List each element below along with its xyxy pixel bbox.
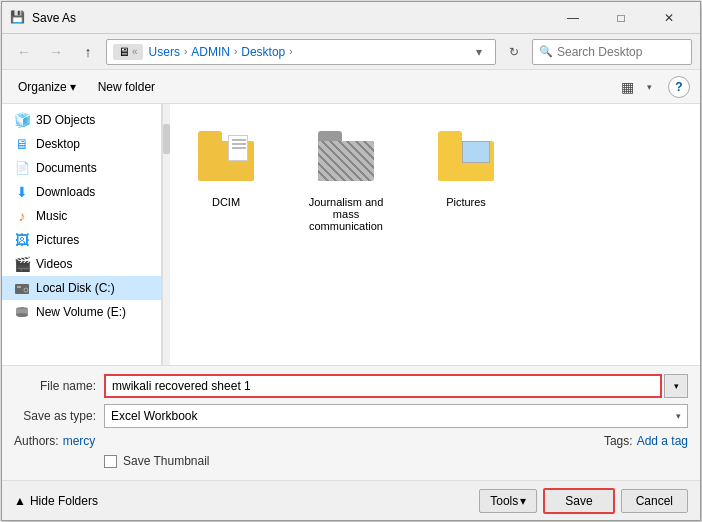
filename-input[interactable] bbox=[104, 374, 662, 398]
svg-rect-1 bbox=[17, 286, 21, 288]
file-label-journalism: Journalism and mass communication bbox=[306, 196, 386, 232]
thumbnail-row: Save Thumbnail bbox=[14, 454, 688, 468]
search-box[interactable]: 🔍 bbox=[532, 39, 692, 65]
breadcrumb-desktop[interactable]: Desktop bbox=[239, 45, 287, 59]
organize-button[interactable]: Organize ▾ bbox=[12, 77, 82, 97]
back-button[interactable]: ← bbox=[10, 39, 38, 65]
scroll-track bbox=[163, 104, 170, 365]
bottom-section: File name: ▾ Save as type: Excel Workboo… bbox=[2, 365, 700, 480]
search-icon: 🔍 bbox=[539, 45, 553, 58]
sidebar-label-pictures: Pictures bbox=[36, 233, 79, 247]
sidebar-item-3d-objects[interactable]: 🧊 3D Objects bbox=[2, 108, 161, 132]
window-controls: — □ ✕ bbox=[550, 2, 692, 34]
3d-objects-icon: 🧊 bbox=[14, 112, 30, 128]
authors-group: Authors: mercy bbox=[14, 434, 604, 448]
save-as-dialog: 💾 Save As — □ ✕ ← → ↑ 🖥 « Users › ADMIN … bbox=[1, 1, 701, 521]
sidebar-item-downloads[interactable]: ⬇ Downloads bbox=[2, 180, 161, 204]
up-button[interactable]: ↑ bbox=[74, 39, 102, 65]
address-bar[interactable]: 🖥 « Users › ADMIN › Desktop › ▾ bbox=[106, 39, 496, 65]
savetype-label: Save as type: bbox=[14, 409, 104, 423]
breadcrumb-admin[interactable]: ADMIN bbox=[189, 45, 232, 59]
documents-icon: 📄 bbox=[14, 160, 30, 176]
footer-right: Tools ▾ Save Cancel bbox=[479, 488, 688, 514]
view-dropdown-button[interactable]: ▾ bbox=[642, 75, 656, 99]
filename-row: File name: ▾ bbox=[14, 374, 688, 398]
sidebar-scrollbar[interactable] bbox=[162, 104, 170, 365]
authors-value[interactable]: mercy bbox=[63, 434, 96, 448]
file-icon-wrapper-dcim bbox=[190, 120, 262, 192]
downloads-icon: ⬇ bbox=[14, 184, 30, 200]
folder-icon-dcim bbox=[198, 131, 254, 181]
forward-button[interactable]: → bbox=[42, 39, 70, 65]
cancel-button[interactable]: Cancel bbox=[621, 489, 688, 513]
sidebar-item-music[interactable]: ♪ Music bbox=[2, 204, 161, 228]
music-icon: ♪ bbox=[14, 208, 30, 224]
sidebar-label-music: Music bbox=[36, 209, 67, 223]
sep2: › bbox=[234, 46, 237, 57]
sidebar-label-downloads: Downloads bbox=[36, 185, 95, 199]
refresh-button[interactable]: ↻ bbox=[500, 39, 528, 65]
authors-label: Authors: bbox=[14, 434, 59, 448]
sidebar-label-documents: Documents bbox=[36, 161, 97, 175]
sidebar-item-desktop[interactable]: 🖥 Desktop bbox=[2, 132, 161, 156]
footer: ▲ Hide Folders Tools ▾ Save Cancel bbox=[2, 480, 700, 520]
file-item-pictures[interactable]: Pictures bbox=[426, 120, 506, 208]
close-button[interactable]: ✕ bbox=[646, 2, 692, 34]
tools-label: Tools bbox=[490, 494, 518, 508]
sidebar-item-documents[interactable]: 📄 Documents bbox=[2, 156, 161, 180]
sidebar-label-new-volume: New Volume (E:) bbox=[36, 305, 126, 319]
file-icon-wrapper-pictures bbox=[430, 120, 502, 192]
savetype-row: Save as type: Excel Workbook ▾ bbox=[14, 404, 688, 428]
sidebar-item-new-volume[interactable]: New Volume (E:) bbox=[2, 300, 161, 324]
file-item-journalism[interactable]: Journalism and mass communication bbox=[306, 120, 386, 232]
help-button[interactable]: ? bbox=[668, 76, 690, 98]
videos-icon: 🎬 bbox=[14, 256, 30, 272]
tools-chevron-icon: ▾ bbox=[520, 494, 526, 508]
address-dropdown[interactable]: ▾ bbox=[469, 45, 489, 59]
tags-value[interactable]: Add a tag bbox=[637, 434, 688, 448]
breadcrumb: 🖥 « Users › ADMIN › Desktop › bbox=[113, 44, 469, 60]
sidebar-label-3d-objects: 3D Objects bbox=[36, 113, 95, 127]
filename-dropdown-button[interactable]: ▾ bbox=[664, 374, 688, 398]
view-controls: ▦ ▾ ? bbox=[614, 75, 690, 99]
title-bar: 💾 Save As — □ ✕ bbox=[2, 2, 700, 34]
view-mode-button[interactable]: ▦ bbox=[614, 75, 640, 99]
sidebar-item-local-disk[interactable]: Local Disk (C:) bbox=[2, 276, 161, 300]
new-folder-button[interactable]: New folder bbox=[92, 77, 161, 97]
sidebar-item-videos[interactable]: 🎬 Videos bbox=[2, 252, 161, 276]
sidebar: 🧊 3D Objects 🖥 Desktop 📄 Documents ⬇ Dow… bbox=[2, 104, 162, 365]
svg-point-5 bbox=[16, 313, 28, 317]
file-area: DCIM Journalism and mass communication bbox=[170, 104, 700, 365]
local-disk-icon bbox=[14, 280, 30, 296]
sidebar-item-pictures[interactable]: 🖼 Pictures bbox=[2, 228, 161, 252]
new-volume-icon bbox=[14, 304, 30, 320]
maximize-button[interactable]: □ bbox=[598, 2, 644, 34]
savetype-dropdown[interactable]: Excel Workbook ▾ bbox=[104, 404, 688, 428]
minimize-button[interactable]: — bbox=[550, 2, 596, 34]
tags-label: Tags: bbox=[604, 434, 633, 448]
sep3: › bbox=[289, 46, 292, 57]
sep1: › bbox=[184, 46, 187, 57]
breadcrumb-users[interactable]: Users bbox=[147, 45, 182, 59]
hide-folders-button[interactable]: ▲ Hide Folders bbox=[14, 494, 98, 508]
pictures-icon: 🖼 bbox=[14, 232, 30, 248]
tags-group: Tags: Add a tag bbox=[604, 434, 688, 448]
folder-icon-pictures bbox=[438, 131, 494, 181]
sidebar-label-videos: Videos bbox=[36, 257, 72, 271]
file-label-pictures: Pictures bbox=[446, 196, 486, 208]
file-label-dcim: DCIM bbox=[212, 196, 240, 208]
breadcrumb-icon: 🖥 bbox=[118, 45, 130, 59]
file-item-dcim[interactable]: DCIM bbox=[186, 120, 266, 208]
thumbnail-label[interactable]: Save Thumbnail bbox=[123, 454, 210, 468]
tools-button[interactable]: Tools ▾ bbox=[479, 489, 537, 513]
dialog-icon: 💾 bbox=[10, 10, 26, 26]
navigation-toolbar: ← → ↑ 🖥 « Users › ADMIN › Desktop › ▾ ↻ … bbox=[2, 34, 700, 70]
thumbnail-checkbox[interactable] bbox=[104, 455, 117, 468]
search-input[interactable] bbox=[557, 45, 685, 59]
hide-folders-chevron-icon: ▲ bbox=[14, 494, 26, 508]
file-icon-wrapper-journalism bbox=[310, 120, 382, 192]
filename-label: File name: bbox=[14, 379, 104, 393]
sidebar-label-local-disk: Local Disk (C:) bbox=[36, 281, 115, 295]
save-button[interactable]: Save bbox=[543, 488, 614, 514]
organize-chevron-icon: ▾ bbox=[70, 80, 76, 94]
